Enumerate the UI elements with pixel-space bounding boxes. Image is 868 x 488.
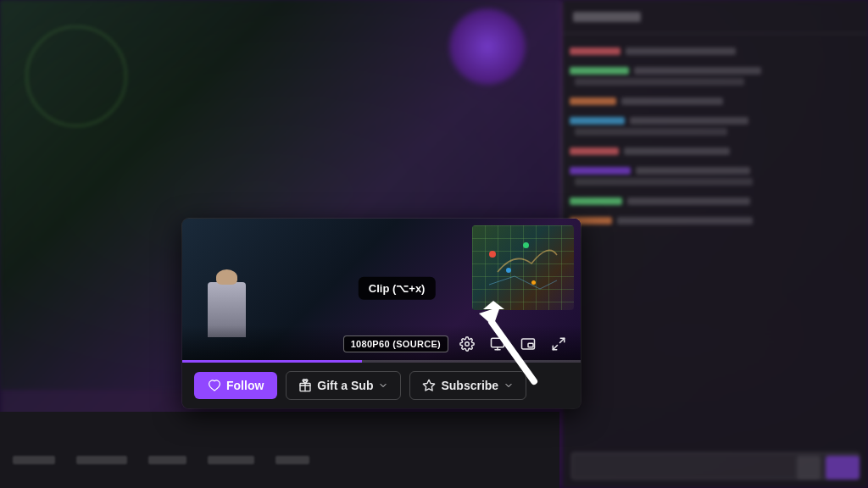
popup-actions: Follow Gift a Sub Subscribe <box>182 363 581 408</box>
quality-badge[interactable]: 1080P60 (SOURCE) <box>343 336 448 352</box>
gift-sub-button[interactable]: Gift a Sub <box>286 371 401 400</box>
bg-bottom-bar <box>0 412 559 488</box>
settings-icon[interactable] <box>455 332 479 356</box>
svg-line-6 <box>560 338 565 342</box>
fullscreen-icon[interactable] <box>547 332 570 356</box>
popup-card: Clip (⌥+x) 1080P60 (SOURCE) <box>182 219 581 408</box>
svg-point-0 <box>465 342 470 347</box>
minimap <box>472 225 574 310</box>
video-progress-fill <box>182 360 362 363</box>
bg-nav <box>13 456 309 464</box>
follow-button[interactable]: Follow <box>194 372 277 399</box>
clip-icon[interactable] <box>486 332 509 356</box>
bg-orb <box>449 8 526 85</box>
svg-line-7 <box>553 346 557 350</box>
bg-chat-panel <box>563 0 868 488</box>
svg-rect-1 <box>492 338 504 347</box>
video-progress-bar[interactable] <box>182 360 581 363</box>
svg-marker-9 <box>424 380 435 391</box>
bg-circle <box>25 25 127 127</box>
video-controls: 1080P60 (SOURCE) <box>182 325 581 363</box>
svg-rect-5 <box>528 343 533 347</box>
subscribe-button[interactable]: Subscribe <box>409 371 526 400</box>
pip-icon[interactable] <box>516 332 540 356</box>
popup-video: Clip (⌥+x) 1080P60 (SOURCE) <box>182 219 581 363</box>
